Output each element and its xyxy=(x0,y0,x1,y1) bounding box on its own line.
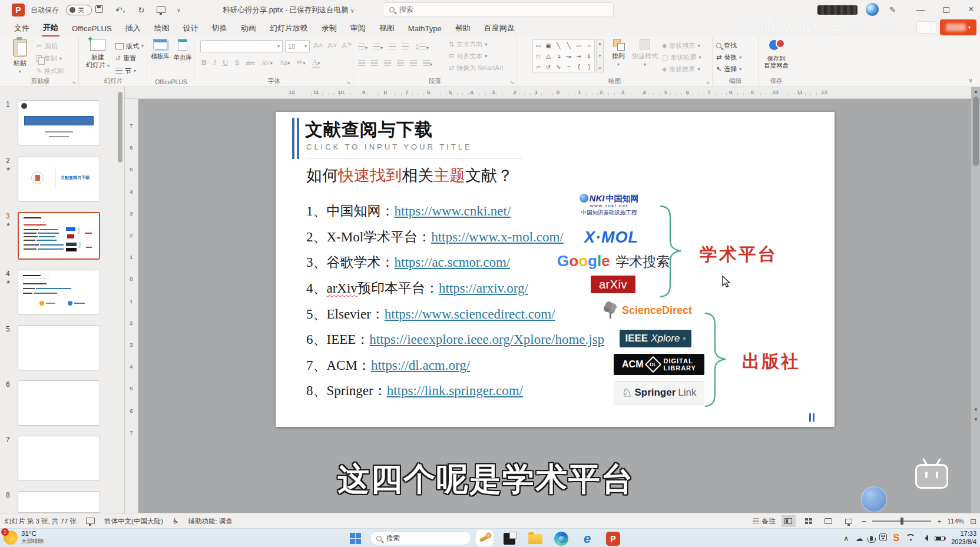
browser-e-icon[interactable]: e xyxy=(580,531,595,546)
tab-help[interactable]: 帮助 xyxy=(454,21,472,36)
search-input[interactable]: 搜索 xyxy=(383,2,614,17)
list-item[interactable]: 1、中国知网：https://www.cnki.net/ xyxy=(306,202,511,220)
tab-baidu-netdisk[interactable]: 百度网盘 xyxy=(483,21,516,36)
fit-to-window-icon[interactable]: ⊡ xyxy=(970,517,976,526)
share-button-blurred[interactable]: ▾ xyxy=(940,19,976,35)
clock[interactable]: 17:33 2023/8/4 xyxy=(951,530,976,546)
hyperlink[interactable]: https://www.x-mol.com/ xyxy=(431,230,564,244)
start-button[interactable] xyxy=(350,533,361,544)
floating-assistant-ball[interactable] xyxy=(861,486,887,512)
hidden-icons-chevron[interactable]: ∧ xyxy=(843,534,849,543)
edge-browser-icon[interactable] xyxy=(554,531,569,546)
save-icon[interactable] xyxy=(95,5,103,15)
hyperlink[interactable]: https://www.cnki.net/ xyxy=(395,204,511,218)
select-button[interactable]: ↖选择▾ xyxy=(716,63,741,75)
tab-transitions[interactable]: 切换 xyxy=(211,21,229,36)
document-title[interactable]: 科研心得分享.pptx · 已保存到这台电脑 ∨ xyxy=(200,5,377,15)
minimize-button[interactable]: — xyxy=(912,0,929,19)
tab-mathtype[interactable]: MathType xyxy=(407,22,443,35)
hyperlink[interactable]: https://www.sciencedirect.com/ xyxy=(385,307,555,321)
battery-icon[interactable] xyxy=(935,533,945,543)
thumbnail-slide-5[interactable] xyxy=(18,325,100,370)
task-view-icon[interactable] xyxy=(502,531,517,546)
shape-outline-button[interactable]: ▢形状轮廓▾ xyxy=(662,51,701,63)
decrease-indent-icon[interactable] xyxy=(389,41,396,52)
device-hub-icon[interactable] xyxy=(879,533,887,543)
text-direction-button[interactable]: ⇅文字方向▾ xyxy=(449,38,487,50)
thumbnail-slide-1[interactable] xyxy=(18,100,100,145)
hyperlink[interactable]: https://dl.acm.org/ xyxy=(371,358,470,373)
italic-button[interactable]: I xyxy=(213,58,216,67)
zoom-slider-thumb[interactable] xyxy=(900,518,903,525)
dialog-launcher-icon[interactable]: ⇘ xyxy=(72,80,76,85)
align-center-icon[interactable] xyxy=(371,58,378,68)
thumbnail-scrollbar[interactable] xyxy=(118,92,122,163)
new-slide-button[interactable]: 新建幻灯片 ▾ xyxy=(82,39,113,68)
paste-button[interactable]: 粘贴▾ xyxy=(6,39,34,74)
list-item[interactable]: 3、谷歌学术：https://ac.scmor.com/ xyxy=(306,253,510,271)
thumbnail-slide-2[interactable]: 文献查阅与下载 xyxy=(18,157,100,202)
zoom-in-icon[interactable]: + xyxy=(937,517,942,526)
qat-more-icon[interactable]: ∨ xyxy=(177,5,181,15)
wifi-icon[interactable] xyxy=(906,533,915,543)
underline-button[interactable]: U xyxy=(223,58,228,67)
format-painter-button[interactable]: ✎格式刷 xyxy=(37,65,64,77)
shapes-gallery[interactable]: ▭▣╲╲▭○□△↴↝⇒⇓▱↺∿~{} xyxy=(532,39,595,72)
slide-sorter-view-button[interactable] xyxy=(802,515,816,527)
highlight-button[interactable]: ✏▾ xyxy=(297,58,306,67)
reset-button[interactable]: ↺重置 xyxy=(115,52,136,64)
line-spacing-icon[interactable]: ↕▾ xyxy=(415,41,429,52)
accessibility-status[interactable]: 辅助功能: 调查 xyxy=(188,517,233,526)
slide-canvas[interactable]: 文献查阅与下载 CLICK TO INPUT YOUR TITLE 如何快速找到… xyxy=(276,112,835,427)
font-name-combo[interactable]: ▾ xyxy=(200,40,283,52)
cut-button[interactable]: ✂剪切 xyxy=(37,40,58,52)
slide-subtitle[interactable]: CLICK TO INPUT YOUR TITLE xyxy=(306,142,472,151)
powerpoint-taskbar-icon[interactable]: P xyxy=(605,531,621,546)
file-explorer-icon[interactable] xyxy=(528,531,543,546)
font-color-button[interactable]: A▾ xyxy=(312,58,320,68)
autosave-toggle[interactable]: 关 xyxy=(66,5,92,15)
list-item[interactable]: 5、Elsevier：https://www.sciencedirect.com… xyxy=(306,305,555,323)
canvas-scrollbar[interactable]: ▲ ▲ ▼ xyxy=(971,87,980,513)
list-item[interactable]: 7、ACM：https://dl.acm.org/ xyxy=(306,356,470,374)
slideshow-view-button[interactable] xyxy=(842,515,856,527)
justify-icon[interactable] xyxy=(397,58,404,68)
shrink-font-icon[interactable]: A˅ xyxy=(327,41,337,50)
find-button[interactable]: 查找 xyxy=(716,39,737,51)
tab-home[interactable]: 开始 xyxy=(42,20,59,37)
thumbnail-slide-7[interactable] xyxy=(18,436,100,481)
list-item[interactable]: 4、arXiv预印本平台：https://arxiv.org/ xyxy=(306,279,528,297)
increase-indent-icon[interactable] xyxy=(402,41,409,52)
clear-format-icon[interactable]: A𝄢 xyxy=(342,41,352,51)
replace-button[interactable]: ⇄替换▾ xyxy=(716,51,741,63)
tab-design[interactable]: 设计 xyxy=(182,21,200,36)
reading-view-button[interactable] xyxy=(822,515,836,527)
strikethrough-button[interactable]: abc xyxy=(246,59,254,66)
align-left-icon[interactable] xyxy=(358,58,365,68)
save-to-baidu-button[interactable]: 保存到百度网盘 xyxy=(761,39,792,69)
quick-styles-button[interactable]: 快速样式▾ xyxy=(631,39,658,67)
char-spacing-button[interactable]: AV▾ xyxy=(261,59,273,66)
list-item[interactable]: 6、IEEE：https://ieeexplore.ieee.org/Xplor… xyxy=(306,330,604,349)
arrange-button[interactable]: 排列▾ xyxy=(607,39,630,67)
bullets-icon[interactable]: ▾ xyxy=(358,41,368,52)
volume-icon[interactable] xyxy=(922,533,928,543)
template-library-button[interactable]: 模板库 xyxy=(150,39,171,59)
collapse-ribbon-icon[interactable]: ∨ xyxy=(968,77,973,84)
tab-file[interactable]: 文件 xyxy=(13,21,31,36)
zoom-percentage[interactable]: 114% xyxy=(948,518,965,525)
dialog-launcher-icon[interactable]: ⇘ xyxy=(346,80,350,85)
scroll-up-icon[interactable]: ▲ xyxy=(974,89,978,94)
tab-slideshow[interactable]: 幻灯片放映 xyxy=(269,21,309,36)
onedrive-cloud-icon[interactable]: ☁ xyxy=(856,534,863,543)
distribute-icon[interactable] xyxy=(410,58,417,68)
tab-view[interactable]: 视图 xyxy=(378,21,396,36)
powerpoint-app-icon[interactable]: P xyxy=(12,4,25,16)
normal-view-button[interactable] xyxy=(782,515,796,527)
smartart-button[interactable]: ⇄转换为 SmartArt xyxy=(449,62,504,74)
bold-button[interactable]: B xyxy=(201,58,207,67)
section-button[interactable]: 节▾ xyxy=(115,65,136,77)
sogou-input-icon[interactable]: S xyxy=(893,533,900,543)
align-right-icon[interactable] xyxy=(384,58,391,68)
tab-draw[interactable]: 绘图 xyxy=(153,21,171,36)
